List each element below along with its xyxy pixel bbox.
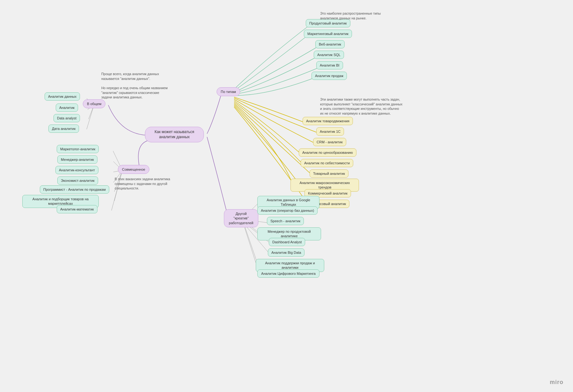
crm-node: CRM - аналитик [313,138,346,146]
note3: Это наиболее распространенные типы анали… [320,11,393,20]
svg-line-17 [245,226,258,265]
data-analitik-node: Дата аналитик [48,125,79,133]
analitik-math-node: Аналитик-математик [57,205,97,213]
main-node: Как может называться аналитик данных [145,127,204,142]
data-analyst-node: Data analyst [54,114,80,122]
prodazh-node: Аналитик продаж [312,72,347,80]
web-node: Веб-аналитик [315,40,345,48]
operator-bd-node: Аналитик (оператор баз данных) [257,206,318,215]
big-data-node: Аналитик Big Data [268,248,304,257]
note1: Проще всего, когда аналитик данных назыв… [101,72,168,100]
miro-logo: miro [550,379,563,386]
tsifrovoi-marketing-node: Аналитик Цифрового Маркетинга [257,269,319,278]
analitik-dannyh-node: Аналитик данных [45,92,80,101]
programmer-analitik-node: Программист - Аналитик по продажам [40,185,109,194]
bi-node: Аналитик BI [316,61,343,69]
po-tipam-node: По типам [217,87,240,96]
note4: Эти аналитики также могут выполнять част… [320,97,403,116]
mindmap-canvas: Как может называться аналитик данных В о… [0,0,573,392]
marketer-analitik-node: Маркетолог-аналитик [57,145,99,153]
manager-analitik-node: Менеджер-аналитик [57,155,97,164]
onec-node: Аналитик 1С [316,127,344,136]
vobshchem-node: В общем [83,99,105,108]
drugoi-node: Другой "креатив" работодателей [224,209,258,227]
analitik-node: Аналитик [56,103,78,112]
ceno-node: Аналитик по ценообразованию [299,148,356,157]
analitik-konsultant-node: Аналитик-консультант [55,166,98,174]
sebestoimost-node: Аналитик по себестоимости [301,159,353,167]
marketingovyi-node: Маркетинговый аналитик [304,30,352,38]
ekonomist-analitik-node: Экономист-аналитик [57,176,98,185]
tovarnyi-node: Товарный аналитик [310,169,348,178]
tovarodvizh-node: Аналитик товародвижения [303,117,353,125]
note2: В этих вакансиях задачи аналитика совмещ… [115,177,175,191]
svg-line-3 [87,105,94,129]
dashboard-analyst-node: Dashboard Analyst [269,238,305,246]
speech-node: Speech - аналитик [267,217,304,225]
sovmeshennoe-node: Совмещенное [118,165,149,174]
sql-node: Аналитик SQL [314,51,344,59]
